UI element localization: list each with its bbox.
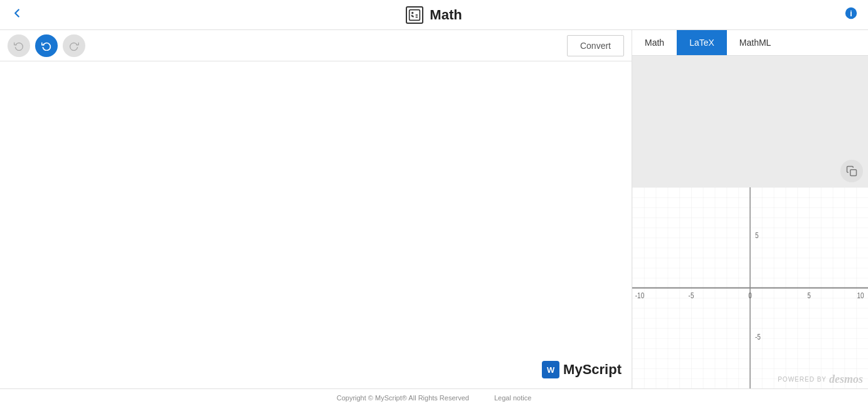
redo-button[interactable]: [63, 34, 85, 57]
drawing-area[interactable]: W MyScript: [0, 61, 632, 388]
header: Math i: [0, 0, 868, 30]
copy-button[interactable]: [840, 160, 863, 182]
footer: Copyright © MyScript® All Rights Reserve…: [0, 388, 868, 406]
graph-area: -10 -5 0 5 10 5 -5 POWERED BY desmos: [632, 187, 868, 388]
svg-line-6: [411, 15, 413, 17]
desmos-logo: desmos: [829, 373, 863, 386]
tab-bar: Math LaTeX MathML: [632, 30, 868, 56]
tab-latex[interactable]: LaTeX: [677, 30, 727, 55]
tab-math[interactable]: Math: [632, 30, 677, 55]
svg-text:0: 0: [748, 291, 752, 299]
convert-button[interactable]: Convert: [567, 35, 624, 56]
right-panel: Math LaTeX MathML: [632, 30, 868, 388]
svg-text:5: 5: [755, 231, 759, 239]
title-text: Math: [430, 7, 462, 23]
clear-button[interactable]: [8, 34, 30, 57]
output-area: [632, 56, 868, 187]
myscript-name: MyScript: [563, 362, 622, 378]
copyright-text: Copyright © MyScript® All Rights Reserve…: [337, 394, 469, 402]
info-button[interactable]: i: [844, 6, 858, 23]
myscript-logo: W MyScript: [542, 361, 622, 378]
undo-button[interactable]: [35, 34, 58, 57]
graph-svg: -10 -5 0 5 10 5 -5: [632, 187, 868, 388]
toolbar: Convert: [0, 30, 632, 61]
svg-rect-9: [850, 170, 857, 176]
svg-rect-0: [410, 9, 420, 20]
tab-mathml[interactable]: MathML: [727, 30, 784, 55]
myscript-icon: W: [542, 361, 559, 378]
math-icon: [406, 6, 423, 24]
canvas-area: Convert W MyScript: [0, 30, 632, 388]
legal-notice-link[interactable]: Legal notice: [494, 394, 531, 402]
page-title: Math: [406, 6, 462, 24]
svg-text:i: i: [850, 9, 852, 18]
svg-text:-5: -5: [755, 333, 761, 341]
svg-text:5: 5: [807, 291, 811, 299]
main-layout: Convert W MyScript Math LaTeX MathML: [0, 30, 868, 388]
svg-text:-5: -5: [689, 291, 694, 299]
powered-by: POWERED BY desmos: [778, 373, 863, 386]
svg-text:-10: -10: [635, 291, 644, 299]
back-button[interactable]: [10, 6, 24, 23]
svg-text:10: 10: [857, 291, 864, 299]
